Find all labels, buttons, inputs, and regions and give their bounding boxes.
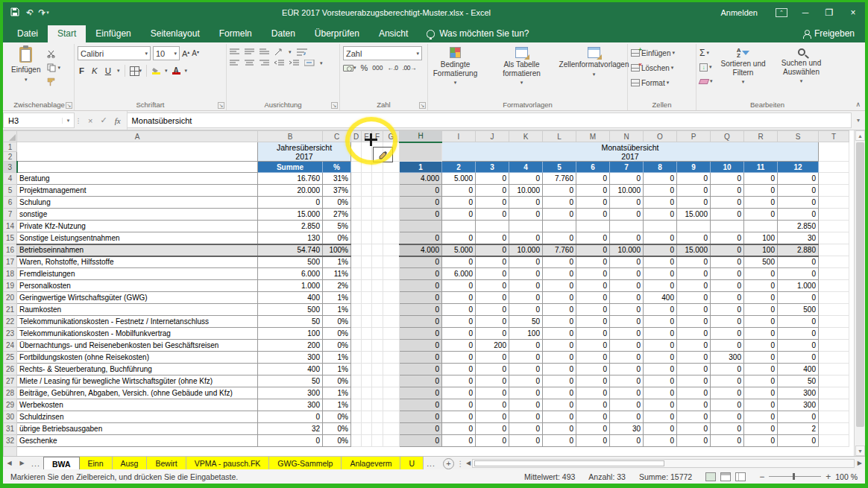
empty-cell[interactable] — [372, 399, 383, 411]
increase-indent-icon[interactable] — [289, 60, 299, 66]
label-cell[interactable]: Schuldzinsen — [17, 411, 258, 423]
ribbon-tab-seitenlayout[interactable]: Seitenlayout — [141, 25, 210, 42]
label-cell[interactable]: Projektmanagement — [17, 185, 258, 197]
empty-cell[interactable] — [351, 411, 362, 423]
row-header-29[interactable]: 29 — [4, 399, 17, 411]
empty-cell[interactable] — [383, 232, 400, 244]
month-cell[interactable]: 0 — [476, 364, 509, 375]
summe-header-cell[interactable]: Summe — [258, 162, 323, 173]
month-cell[interactable]: 0 — [400, 375, 442, 387]
cell-A3[interactable] — [17, 162, 258, 173]
row-header-4[interactable]: 4 — [4, 173, 17, 185]
align-left-icon[interactable] — [230, 60, 239, 66]
monthly-header-cell[interactable]: Monatsübersicht2017 — [442, 142, 819, 162]
zoom-slider[interactable] — [769, 476, 821, 477]
empty-cell[interactable] — [383, 173, 400, 185]
month-cell[interactable]: 0 — [576, 352, 610, 364]
bold-button[interactable]: F — [78, 66, 86, 75]
month-cell[interactable]: 0 — [744, 316, 778, 328]
pct-cell[interactable]: 1% — [323, 304, 351, 316]
row-header-17[interactable]: 17 — [4, 256, 17, 268]
empty-cell[interactable] — [819, 423, 849, 435]
month-cell[interactable] — [610, 221, 644, 232]
month-cell[interactable]: 0 — [744, 292, 778, 304]
month-cell[interactable]: 0 — [778, 352, 819, 364]
label-cell[interactable]: Raumkosten — [17, 304, 258, 316]
empty-cell[interactable] — [372, 364, 383, 375]
empty-cell[interactable] — [372, 173, 383, 185]
month-cell[interactable]: 0 — [400, 185, 442, 197]
month-cell[interactable]: 0 — [610, 292, 644, 304]
month-cell[interactable]: 0 — [711, 364, 744, 375]
month-cell[interactable]: 100 — [744, 244, 778, 256]
month-cell[interactable]: 0 — [476, 435, 509, 447]
empty-cell[interactable] — [362, 387, 372, 399]
empty-cell[interactable] — [372, 375, 383, 387]
month-cell[interactable]: 0 — [400, 399, 442, 411]
sum-cell[interactable]: 50 — [258, 316, 323, 328]
month-cell[interactable]: 0 — [400, 280, 442, 292]
month-cell[interactable]: 0 — [509, 387, 543, 399]
month-cell[interactable]: 0 — [576, 423, 610, 435]
empty-cell[interactable] — [351, 364, 362, 375]
month-cell[interactable] — [576, 221, 610, 232]
month-cell[interactable]: 300 — [778, 387, 819, 399]
label-cell[interactable]: Sonstige Leistungsentnahmen — [17, 232, 258, 244]
cell-A1[interactable] — [17, 142, 258, 162]
cell-D3[interactable] — [351, 162, 362, 173]
cell-D1[interactable] — [351, 142, 362, 162]
month-cell[interactable]: 0 — [778, 411, 819, 423]
month-cell[interactable]: 0 — [400, 316, 442, 328]
select-all-corner[interactable] — [4, 131, 17, 142]
month-cell[interactable]: 4.000 — [400, 244, 442, 256]
month-cell[interactable]: 0 — [744, 411, 778, 423]
pct-cell[interactable]: 0% — [323, 423, 351, 435]
month-cell[interactable]: 0 — [543, 399, 576, 411]
tell-me-box[interactable]: Was möchten Sie tun? — [418, 25, 538, 42]
label-cell[interactable]: übrige Betriebsausgaben — [17, 423, 258, 435]
cell-E3[interactable] — [362, 162, 372, 173]
format-as-table-button[interactable]: Als Tabelle formatieren ▾ — [491, 45, 553, 98]
pct-cell[interactable]: 5% — [323, 221, 351, 232]
align-top-icon[interactable] — [230, 48, 239, 55]
empty-cell[interactable] — [383, 411, 400, 423]
paste-button[interactable]: Einfügen ▾ — [7, 45, 44, 98]
row-header-31[interactable]: 31 — [4, 423, 17, 435]
empty-cell[interactable] — [372, 387, 383, 399]
empty-cell[interactable] — [372, 340, 383, 352]
empty-cell[interactable] — [372, 197, 383, 209]
label-cell[interactable]: Miete / Leasing für bewegliche Wirtschaf… — [17, 375, 258, 387]
month-cell[interactable]: 0 — [442, 411, 476, 423]
month-cell[interactable]: 0 — [576, 316, 610, 328]
month-cell[interactable]: 0 — [543, 268, 576, 280]
month-cell[interactable]: 10.000 — [610, 185, 644, 197]
pct-cell[interactable]: 0% — [323, 197, 351, 209]
month-cell[interactable] — [543, 221, 576, 232]
month-cell[interactable]: 0 — [476, 375, 509, 387]
align-center-icon[interactable] — [245, 60, 254, 66]
column-header-P[interactable]: P — [677, 131, 711, 142]
column-header-M[interactable]: M — [576, 131, 610, 142]
month-header-12[interactable]: 12 — [778, 162, 819, 173]
empty-cell[interactable] — [351, 221, 362, 232]
month-cell[interactable]: 0 — [744, 328, 778, 340]
ribbon-tab-überprüfen[interactable]: Überprüfen — [305, 25, 369, 42]
share-button[interactable]: Freigeben — [802, 28, 865, 42]
restore-button[interactable]: ❐ — [817, 2, 841, 22]
month-cell[interactable]: 7.760 — [543, 244, 576, 256]
empty-cell[interactable] — [362, 375, 372, 387]
month-cell[interactable]: 0 — [744, 364, 778, 375]
sheet-nav-right-icon[interactable]: ▶ — [16, 457, 28, 469]
empty-cell[interactable] — [351, 328, 362, 340]
formula-bar-splitter[interactable]: ⋮ — [75, 111, 82, 130]
month-cell[interactable]: 0 — [644, 316, 677, 328]
empty-cell[interactable] — [383, 375, 400, 387]
pct-cell[interactable]: 0% — [323, 328, 351, 340]
row-header-7[interactable]: 7 — [4, 209, 17, 221]
month-cell[interactable]: 200 — [476, 340, 509, 352]
sheet-tab-anlageverm[interactable]: Anlageverm — [342, 457, 400, 469]
month-cell[interactable]: 0 — [744, 340, 778, 352]
empty-cell[interactable] — [819, 209, 849, 221]
month-cell[interactable]: 0 — [476, 209, 509, 221]
ribbon-tab-daten[interactable]: Daten — [262, 25, 305, 42]
